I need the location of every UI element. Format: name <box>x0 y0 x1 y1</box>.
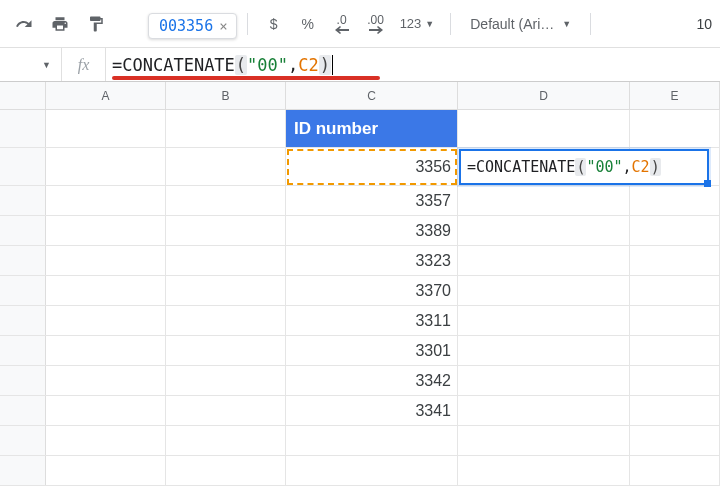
font-size[interactable]: 10 <box>696 16 712 32</box>
row-header[interactable] <box>0 276 46 305</box>
cell[interactable] <box>166 276 286 305</box>
cell[interactable] <box>46 396 166 425</box>
formula-input[interactable]: =CONCATENATE("00", C2) <box>106 48 720 81</box>
cell[interactable] <box>46 110 166 147</box>
print-button[interactable] <box>44 8 76 40</box>
cell[interactable] <box>458 426 630 455</box>
cell[interactable] <box>458 336 630 365</box>
cell[interactable] <box>166 396 286 425</box>
cell[interactable] <box>166 110 286 147</box>
redo-button[interactable] <box>8 8 40 40</box>
currency-button[interactable]: $ <box>258 8 290 40</box>
cell-c8[interactable]: 3301 <box>286 336 458 365</box>
col-header-c[interactable]: C <box>286 82 458 109</box>
table-row: 3323 <box>0 246 720 276</box>
cell[interactable] <box>458 216 630 245</box>
cell[interactable] <box>46 216 166 245</box>
cell[interactable] <box>166 148 286 185</box>
cell[interactable] <box>630 246 720 275</box>
name-box[interactable]: ▼ <box>0 48 62 81</box>
row-header[interactable] <box>0 366 46 395</box>
cell[interactable] <box>630 110 720 147</box>
cell[interactable] <box>630 366 720 395</box>
cell[interactable] <box>630 306 720 335</box>
row-header[interactable] <box>0 426 46 455</box>
row-header[interactable] <box>0 396 46 425</box>
cell[interactable] <box>166 216 286 245</box>
cell[interactable] <box>166 366 286 395</box>
cell[interactable] <box>166 426 286 455</box>
cell[interactable] <box>46 336 166 365</box>
row-header[interactable] <box>0 216 46 245</box>
cell[interactable] <box>458 306 630 335</box>
row-header[interactable] <box>0 306 46 335</box>
cell[interactable] <box>458 246 630 275</box>
cell[interactable] <box>46 186 166 215</box>
row-header[interactable] <box>0 148 46 185</box>
cell[interactable] <box>46 426 166 455</box>
percent-button[interactable]: % <box>292 8 324 40</box>
table-row: 3311 <box>0 306 720 336</box>
col-header-d[interactable]: D <box>458 82 630 109</box>
cell[interactable] <box>630 396 720 425</box>
cell[interactable] <box>458 276 630 305</box>
close-icon[interactable]: × <box>219 18 227 34</box>
cell[interactable] <box>46 306 166 335</box>
cell[interactable] <box>630 426 720 455</box>
increase-decimal-button[interactable]: .00 <box>360 8 392 40</box>
table-row <box>0 456 720 486</box>
separator <box>590 13 591 35</box>
cell-c5[interactable]: 3323 <box>286 246 458 275</box>
cell[interactable] <box>166 456 286 485</box>
cell[interactable] <box>46 148 166 185</box>
cell[interactable] <box>286 456 458 485</box>
row-header[interactable] <box>0 186 46 215</box>
font-picker[interactable]: Default (Ari… ▼ <box>461 11 580 37</box>
cell-c4[interactable]: 3389 <box>286 216 458 245</box>
cell-c6[interactable]: 3370 <box>286 276 458 305</box>
more-formats-button[interactable]: 123 ▼ <box>394 8 441 40</box>
col-header-e[interactable]: E <box>630 82 720 109</box>
cell[interactable] <box>458 366 630 395</box>
cell-c2[interactable]: 3356 <box>286 148 458 185</box>
fill-handle[interactable] <box>704 180 711 187</box>
paint-format-button[interactable] <box>80 8 112 40</box>
table-row: 3342 <box>0 366 720 396</box>
cell[interactable] <box>630 456 720 485</box>
cell[interactable] <box>630 216 720 245</box>
cell-c3[interactable]: 3357 <box>286 186 458 215</box>
select-all-corner[interactable] <box>0 82 46 109</box>
cell[interactable] <box>46 246 166 275</box>
spreadsheet-grid[interactable]: A B C D E ID number 3356 3357 3389 <box>0 82 720 486</box>
col-header-b[interactable]: B <box>166 82 286 109</box>
cell[interactable] <box>286 426 458 455</box>
cell-c7[interactable]: 3311 <box>286 306 458 335</box>
cell[interactable] <box>166 336 286 365</box>
col-header-a[interactable]: A <box>46 82 166 109</box>
cell-c10[interactable]: 3341 <box>286 396 458 425</box>
cell[interactable] <box>46 456 166 485</box>
cell-c9[interactable]: 3342 <box>286 366 458 395</box>
cell[interactable] <box>630 336 720 365</box>
cell-c1[interactable]: ID number <box>286 110 458 147</box>
cell[interactable] <box>458 110 630 147</box>
chevron-down-icon: ▼ <box>425 19 434 29</box>
cell[interactable] <box>630 186 720 215</box>
row-header[interactable] <box>0 246 46 275</box>
cell[interactable] <box>46 366 166 395</box>
text-cursor <box>332 55 333 75</box>
cell[interactable] <box>458 186 630 215</box>
decrease-decimal-button[interactable]: .0 <box>326 8 358 40</box>
row-header[interactable] <box>0 456 46 485</box>
active-cell-editor[interactable]: =CONCATENATE("00", C2) <box>459 149 709 185</box>
cell[interactable] <box>166 306 286 335</box>
cell[interactable] <box>458 456 630 485</box>
cell[interactable] <box>46 276 166 305</box>
row-header[interactable] <box>0 110 46 147</box>
table-row: 3370 <box>0 276 720 306</box>
row-header[interactable] <box>0 336 46 365</box>
cell[interactable] <box>630 276 720 305</box>
cell[interactable] <box>458 396 630 425</box>
cell[interactable] <box>166 186 286 215</box>
cell[interactable] <box>166 246 286 275</box>
